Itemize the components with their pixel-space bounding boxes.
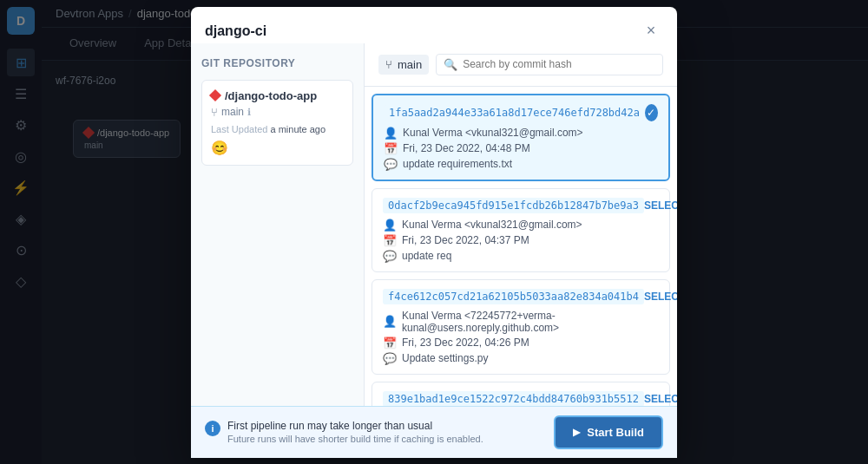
commit-hash-0: 1fa5aad2a944e33a61a8d17ece746efd728bd42a [384,105,645,121]
commit-hash-row-0: 1fa5aad2a944e33a61a8d17ece746efd728bd42a… [384,104,658,121]
repo-info-icon: ℹ [247,107,251,118]
commit-message-0: 💬 update requirements.txt [384,158,658,171]
branch-badge: ⑂ main [378,55,429,75]
repo-updated-time: a minute ago [271,124,326,134]
check-icon-0: ✓ [645,104,658,121]
commit-item-2[interactable]: f4ce612c057cd21a62105b5033aa82e834a041b4… [372,279,670,375]
search-input[interactable] [463,58,655,70]
play-icon: ▶ [573,427,580,438]
repo-item[interactable]: /django-todo-app ⑂ main ℹ Last Updated a… [201,80,353,166]
commit-hash-3: 839e1bad1e9ce1522c972c4bdd84760b931b5512 [383,391,644,406]
info-title: First pipeline run may take longer than … [227,420,483,432]
author-icon-2: 👤 [383,315,397,328]
git-branch-icon: ⑂ [385,58,392,71]
commit-date-2: 📅 Fri, 23 Dec 2022, 04:26 PM [383,337,659,350]
search-icon: 🔍 [444,58,457,71]
commit-message-2: 💬 Update settings.py [383,352,659,365]
start-build-label: Start Build [587,426,644,439]
commit-hash-row-2: f4ce612c057cd21a62105b5033aa82e834a041b4… [383,289,659,304]
repo-name: /django-todo-app [211,89,344,102]
modal-title: django-ci [205,23,266,39]
author-icon-1: 👤 [383,219,397,232]
repo-emoji: 😊 [211,140,344,156]
select-btn-2[interactable]: SELECT [644,291,677,303]
commit-item-3[interactable]: 839e1bad1e9ce1522c972c4bdd84760b931b5512… [372,382,670,406]
info-text-container: First pipeline run may take longer than … [227,420,483,444]
modal-overlay: django-ci × Git Repository /django-todo-… [0,0,868,464]
left-panel: Git Repository /django-todo-app ⑂ main ℹ… [191,43,365,406]
commit-author-0: 👤 Kunal Verma <vkunal321@gmail.com> [384,127,658,140]
left-panel-title: Git Repository [201,54,353,73]
branch-name: main [398,58,422,71]
commit-date-1: 📅 Fri, 23 Dec 2022, 04:37 PM [383,234,659,247]
search-box[interactable]: 🔍 [436,54,663,75]
info-message: i First pipeline run may take longer tha… [205,420,483,444]
repo-updated: Last Updated a minute ago [211,124,344,134]
select-btn-3[interactable]: SELECT [644,393,677,405]
start-build-button[interactable]: ▶ Start Build [554,415,663,449]
author-icon-0: 👤 [384,127,398,140]
commit-author-1: 👤 Kunal Verma <vkunal321@gmail.com> [383,219,659,232]
info-subtitle: Future runs will have shorter build time… [227,434,483,444]
modal-close-button[interactable]: × [639,19,663,43]
modal-dialog: django-ci × Git Repository /django-todo-… [191,7,677,458]
date-icon-1: 📅 [383,234,397,247]
modal-footer: i First pipeline run may take longer tha… [191,406,677,458]
right-panel-header: ⑂ main 🔍 [365,43,677,87]
repo-branch: ⑂ main ℹ [211,106,344,119]
commit-item-0[interactable]: 1fa5aad2a944e33a61a8d17ece746efd728bd42a… [372,94,670,181]
commit-item-1[interactable]: 0dacf2b9eca945fd915e1fcdb26b12847b7be9a3… [372,188,670,272]
select-btn-1[interactable]: SELECT [644,199,677,212]
repo-diamond-icon [209,89,221,101]
modal-header: django-ci × [191,7,677,43]
date-icon-2: 📅 [383,337,397,350]
commit-hash-row-3: 839e1bad1e9ce1522c972c4bdd84760b931b5512… [383,391,659,406]
commit-hash-row-1: 0dacf2b9eca945fd915e1fcdb26b12847b7be9a3… [383,198,659,213]
message-icon-2: 💬 [383,352,397,365]
date-icon-0: 📅 [384,142,398,155]
commit-date-0: 📅 Fri, 23 Dec 2022, 04:48 PM [384,142,658,155]
message-icon-0: 💬 [384,158,398,171]
branch-icon: ⑂ [211,106,218,119]
modal-body: Git Repository /django-todo-app ⑂ main ℹ… [191,43,677,406]
commit-hash-1: 0dacf2b9eca945fd915e1fcdb26b12847b7be9a3 [383,198,644,213]
commit-author-2: 👤 Kunal Verma <72245772+verma-kunal@user… [383,310,659,334]
commit-message-1: 💬 update req [383,250,659,263]
commit-hash-2: f4ce612c057cd21a62105b5033aa82e834a041b4 [383,289,644,304]
info-icon: i [205,421,220,436]
right-panel: ⑂ main 🔍 1fa5aad2a944e33a61a8d17ece746ef… [365,43,677,406]
commits-list: 1fa5aad2a944e33a61a8d17ece746efd728bd42a… [365,87,677,406]
message-icon-1: 💬 [383,250,397,263]
